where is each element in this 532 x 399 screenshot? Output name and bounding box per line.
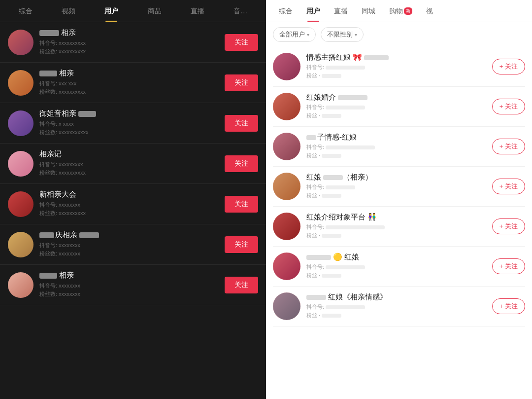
left-tab-音乐[interactable]: 音… <box>219 0 262 22</box>
follow-button[interactable]: + 关注 <box>492 99 525 114</box>
user-info: 新相亲大会 抖音号: xxxxxxxx 粉丝数: xxxxxxxxxx <box>39 190 219 218</box>
list-item: 御姐音相亲 抖音号: x xxxx 粉丝数: xxxxxxxxxxx 关注 <box>0 103 266 144</box>
user-douyin-id: 抖音号: xxxxxxxxx <box>39 161 219 168</box>
follow-button[interactable]: 关注 <box>225 277 258 293</box>
right-tab-视[interactable]: 视 <box>419 0 440 22</box>
user-fans: 粉丝 · <box>306 312 486 319</box>
avatar <box>273 253 300 280</box>
user-name: 相亲 <box>39 69 219 78</box>
user-fans: 粉丝数: xxxxxxxxxxx <box>39 129 219 136</box>
user-info: 子情感-红娘 抖音号: 粉丝 · <box>306 133 486 160</box>
user-douyin-id: 抖音号: <box>306 303 486 311</box>
user-info: 情感主播红娘 🎀 抖音号: 粉丝 · <box>306 53 486 80</box>
user-fans: 粉丝数: xxxxxxxx <box>39 290 219 298</box>
user-name: 庆相亲 <box>39 230 219 240</box>
follow-button[interactable]: + 关注 <box>492 298 525 314</box>
avatar <box>8 30 33 55</box>
follow-button[interactable]: + 关注 <box>492 258 525 274</box>
follow-button[interactable]: + 关注 <box>492 218 525 234</box>
avatar <box>8 70 33 96</box>
avatar <box>273 292 300 320</box>
list-item: 红娘 （相亲） 抖音号: 粉丝 · + 关注 <box>273 167 525 207</box>
list-item: 情感主播红娘 🎀 抖音号: 粉丝 · + 关注 <box>273 47 525 87</box>
user-douyin-id: 抖音号: <box>306 263 486 271</box>
user-douyin-id: 抖音号: xxxxxxxxxx <box>39 39 219 47</box>
list-item: 新相亲大会 抖音号: xxxxxxxx 粉丝数: xxxxxxxxxx 关注 <box>0 184 266 224</box>
user-douyin-id: 抖音号: xxxxxxxx <box>39 201 219 209</box>
follow-button[interactable]: 关注 <box>225 196 258 213</box>
list-item: 子情感-红娘 抖音号: 粉丝 · + 关注 <box>273 127 525 167</box>
filter-all-users[interactable]: 全部用户 <box>273 27 316 42</box>
left-tab-直播[interactable]: 直播 <box>176 0 219 22</box>
user-douyin-id: 抖音号: <box>306 223 486 231</box>
user-info: 御姐音相亲 抖音号: x xxxx 粉丝数: xxxxxxxxxxx <box>39 109 219 137</box>
list-item: 相亲记 抖音号: xxxxxxxxx 粉丝数: xxxxxxxxxx 关注 <box>0 144 266 184</box>
user-name: 红娘婚介 <box>306 93 486 102</box>
avatar <box>8 151 33 177</box>
user-name: 🟡 红娘 <box>306 253 486 262</box>
left-tab-bar: 综合 视频 用户 商品 直播 音… <box>0 0 266 22</box>
follow-button[interactable]: + 关注 <box>492 59 525 74</box>
right-tab-购物[interactable]: 购物新 <box>382 0 419 22</box>
user-name: 情感主播红娘 🎀 <box>306 53 486 62</box>
avatar <box>8 110 33 136</box>
list-item: 红娘《相亲情感》 抖音号: 粉丝 · + 关注 <box>273 287 525 326</box>
user-name: 红娘《相亲情感》 <box>306 292 486 302</box>
left-tab-视频[interactable]: 视频 <box>47 0 90 22</box>
user-douyin-id: 抖音号: x xxxx <box>39 120 219 128</box>
follow-button[interactable]: + 关注 <box>492 139 525 154</box>
user-info: 庆相亲 抖音号: xxxxxxxx 粉丝数: xxxxxxxx <box>39 230 219 258</box>
follow-button[interactable]: + 关注 <box>492 179 525 194</box>
follow-button[interactable]: 关注 <box>225 34 258 51</box>
user-info: 相亲记 抖音号: xxxxxxxxx 粉丝数: xxxxxxxxxx <box>39 149 219 178</box>
right-tab-直播[interactable]: 直播 <box>327 0 355 22</box>
list-item: 红娘婚介 抖音号: 粉丝 · + 关注 <box>273 87 525 127</box>
filter-gender[interactable]: 不限性别 <box>321 27 364 42</box>
avatar <box>8 191 33 217</box>
follow-button[interactable]: 关注 <box>225 236 258 253</box>
left-panel: 综合 视频 用户 商品 直播 音… 相亲 抖音号: xxxxxxxxxx 粉丝数… <box>0 0 266 399</box>
left-tab-用户[interactable]: 用户 <box>90 0 133 22</box>
user-info: 相亲 抖音号: xxxxxxxxxx 粉丝数: xxxxxxxxxx <box>39 28 219 56</box>
user-fans: 粉丝数: xxxxxxxxxx <box>39 210 219 217</box>
user-name: 红娘 （相亲） <box>306 173 486 182</box>
user-fans: 粉丝 · <box>306 192 486 199</box>
right-tab-bar: 综合 用户 直播 同城 购物新 视 <box>266 0 532 22</box>
user-name: 御姐音相亲 <box>39 109 219 118</box>
avatar <box>273 93 300 120</box>
user-douyin-id: 抖音号: <box>306 104 486 111</box>
left-tab-商品[interactable]: 商品 <box>133 0 176 22</box>
follow-button[interactable]: 关注 <box>225 155 258 172</box>
avatar <box>273 53 300 80</box>
user-info: 红娘《相亲情感》 抖音号: 粉丝 · <box>306 292 486 320</box>
right-tab-同城[interactable]: 同城 <box>355 0 382 22</box>
user-name: 相亲 <box>39 28 219 37</box>
user-name: 红娘介绍对象平台 👫 <box>306 213 486 222</box>
list-item: 相亲 抖音号: xxxxxxxx 粉丝数: xxxxxxxx 关注 <box>0 265 266 305</box>
avatar <box>8 272 33 298</box>
list-item: 庆相亲 抖音号: xxxxxxxx 粉丝数: xxxxxxxx 关注 <box>0 224 266 265</box>
right-tab-用户[interactable]: 用户 <box>299 0 327 22</box>
follow-button[interactable]: 关注 <box>225 115 258 132</box>
list-item: 相亲 抖音号: xxxxxxxxxx 粉丝数: xxxxxxxxxx 关注 <box>0 22 266 63</box>
user-fans: 粉丝数: xxxxxxxxxx <box>39 88 219 96</box>
left-tab-综合[interactable]: 综合 <box>4 0 47 22</box>
follow-button[interactable]: 关注 <box>225 74 258 91</box>
avatar <box>8 232 33 257</box>
user-douyin-id: 抖音号: xxx xxx <box>39 80 219 87</box>
user-fans: 粉丝数: xxxxxxxxxx <box>39 169 219 177</box>
user-douyin-id: 抖音号: <box>306 183 486 191</box>
list-item: 红娘介绍对象平台 👫 抖音号: 粉丝 · + 关注 <box>273 207 525 247</box>
user-info: 相亲 抖音号: xxx xxx 粉丝数: xxxxxxxxxx <box>39 69 219 97</box>
new-badge: 新 <box>404 7 412 15</box>
user-info: 红娘介绍对象平台 👫 抖音号: 粉丝 · <box>306 213 486 240</box>
user-name: 子情感-红娘 <box>306 133 486 142</box>
user-douyin-id: 抖音号: xxxxxxxx <box>39 282 219 290</box>
user-info: 相亲 抖音号: xxxxxxxx 粉丝数: xxxxxxxx <box>39 271 219 299</box>
avatar <box>273 173 300 200</box>
user-douyin-id: 抖音号: <box>306 144 486 151</box>
user-fans: 粉丝 · <box>306 232 486 239</box>
avatar <box>273 133 300 160</box>
right-panel: 综合 用户 直播 同城 购物新 视 全部用户 不限性别 情感主播红娘 🎀 抖音号… <box>266 0 532 399</box>
right-tab-综合[interactable]: 综合 <box>272 0 299 22</box>
